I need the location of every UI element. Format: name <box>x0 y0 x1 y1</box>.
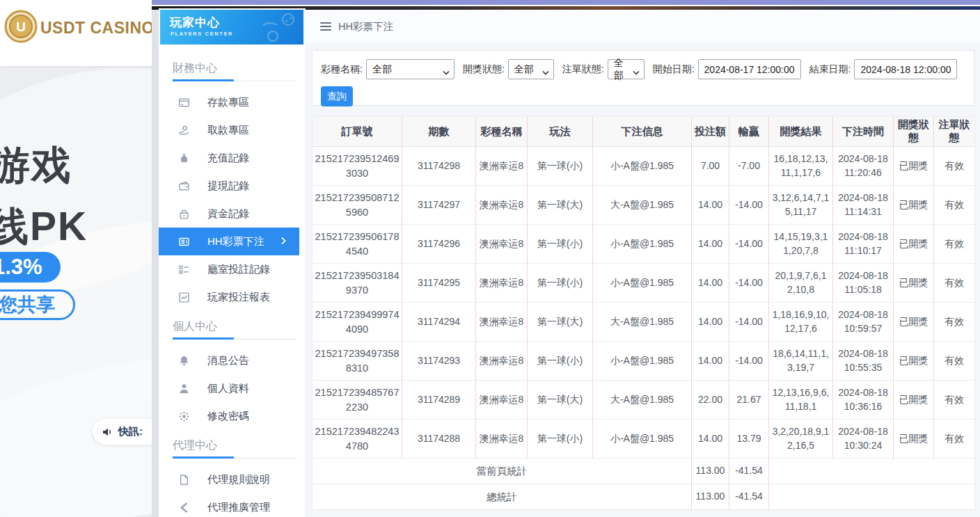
table-cell: 澳洲幸运8 <box>476 342 528 381</box>
table-cell: 已開獎 <box>894 342 934 381</box>
sidebar-item-player-bet-report[interactable]: 玩家投注報表 <box>159 283 305 311</box>
site-logo[interactable]: U USDT CASINO <box>4 10 155 46</box>
user-icon <box>178 383 190 395</box>
table-cell: 第一球(小) <box>528 225 593 264</box>
sidebar-item-announcements[interactable]: 消息公告 <box>159 347 305 374</box>
promo-rate-badge: 1.3% <box>0 252 61 283</box>
table-cell: 有效 <box>934 420 975 459</box>
table-header-cell: 彩種名稱 <box>476 117 528 147</box>
table-cell: 小-A盤@1.985 <box>593 147 692 186</box>
wallet-icon <box>178 180 190 192</box>
table-cell: 澳洲幸运8 <box>476 381 528 420</box>
table-header-cell: 輸贏 <box>729 117 769 147</box>
summary-empty-cell <box>769 459 975 484</box>
table-cell: 31174296 <box>402 225 476 264</box>
news-ticker: 快訊: <box>93 419 155 445</box>
table-cell: 2152172394999744090 <box>313 303 402 342</box>
sidebar-section-title: 財務中心 <box>173 61 305 76</box>
sidebar-item-label: 資金記錄 <box>207 207 249 221</box>
table-cell: -14.00 <box>729 303 769 342</box>
table-cell: 澳洲幸运8 <box>476 186 528 225</box>
table-cell: 有效 <box>934 225 975 264</box>
background-site: 游戏 线PK 1.3% 邀您共享 快訊: U USDT CASINO <box>0 0 155 517</box>
end-date-input[interactable]: 2024-08-18 12:00:00 <box>854 59 957 79</box>
sidebar-item-hh-lottery-bets[interactable]: HH彩票下注 <box>159 228 299 255</box>
sidebar-item-funds-records[interactable]: 資金記錄 <box>159 200 305 228</box>
news-ticker-label: 快訊: <box>118 425 143 438</box>
sidebar-item-withdrawal-records[interactable]: 提現記錄 <box>159 172 305 200</box>
draw-status-select[interactable]: 全部 <box>508 59 554 79</box>
lottery-name-value: 全部 <box>372 63 392 76</box>
table-cell: 14,15,19,3,11,20,7,8 <box>769 225 833 264</box>
summary-label-cell: 總統計 <box>313 484 692 510</box>
site-logo-text: USDT CASINO <box>40 19 155 38</box>
page-title: HH彩票下注 <box>338 20 393 33</box>
hamburger-icon[interactable] <box>320 22 331 31</box>
table-cell: 2152172395061784540 <box>313 225 402 264</box>
table-cell: 13.79 <box>729 420 769 459</box>
end-date-label: 結束日期: <box>809 63 851 76</box>
table-row: 215217239506178454031174296澳洲幸运8第一球(小)小-… <box>313 225 975 264</box>
table-cell: 2024-08-18 10:36:16 <box>833 381 894 420</box>
summary-empty-cell <box>769 484 975 510</box>
table-cell: 31174293 <box>402 342 476 381</box>
start-date-value: 2024-08-17 12:00:00 <box>704 64 795 75</box>
sidebar-item-profile[interactable]: 個人資料 <box>159 374 305 402</box>
sidebar-item-agent-promotion[interactable]: 代理推廣管理 <box>159 493 305 517</box>
table-cell: 2024-08-18 11:10:17 <box>833 225 894 264</box>
table-cell: 小-A盤@1.985 <box>593 420 692 459</box>
order-status-select[interactable]: 全部 <box>608 59 645 79</box>
search-button[interactable]: 查詢 <box>321 86 353 106</box>
table-cell: 大-A盤@1.985 <box>593 303 692 342</box>
sidebar-title: 玩家中心 <box>170 15 220 31</box>
bell-icon <box>178 355 190 367</box>
table-cell: -14.00 <box>729 342 769 381</box>
sidebar-item-agent-rules[interactable]: 代理規則說明 <box>159 466 305 493</box>
table-cell: 2024-08-18 10:55:35 <box>833 342 894 381</box>
table-cell: 已開獎 <box>894 147 934 186</box>
table-cell: 大-A盤@1.985 <box>593 381 692 420</box>
start-date-input[interactable]: 2024-08-17 12:00:00 <box>698 59 801 79</box>
checklist-icon <box>178 264 190 276</box>
sidebar-item-room-bet-records[interactable]: 廳室投註記錄 <box>159 255 305 283</box>
end-date-value: 2024-08-18 12:00:00 <box>860 64 951 75</box>
table-cell: 小-A盤@1.985 <box>593 225 692 264</box>
table-cell: 3,2,20,18,9,12,16,5 <box>769 420 833 459</box>
table-cell: 2024-08-18 11:14:31 <box>833 186 894 225</box>
table-row: 215217239499974409031174294澳洲幸运8第一球(大)大-… <box>313 303 975 342</box>
sidebar-item-deposit-area[interactable]: 存款專區 <box>159 88 305 116</box>
table-cell: -7.00 <box>729 147 769 186</box>
table-row: 215217239512469303031174298澳洲幸运8第一球(小)小-… <box>313 147 975 186</box>
sidebar-item-change-password[interactable]: 修改密碼 <box>159 402 305 430</box>
table-row: 215217239482243478031174288澳洲幸运8第一球(小)小-… <box>313 420 975 459</box>
sidebar-item-label: 消息公告 <box>207 354 249 367</box>
table-cell: 第一球(小) <box>528 420 593 459</box>
table-cell: 已開獎 <box>894 420 934 459</box>
site-header: U USDT CASINO <box>0 0 155 66</box>
table-cell: 14.00 <box>692 186 729 225</box>
table-cell: 澳洲幸运8 <box>476 264 528 303</box>
top-strip-lavender <box>152 0 980 5</box>
chevron-right-icon <box>278 236 288 246</box>
summary-win-loss-cell: -41.54 <box>729 459 769 484</box>
bets-table: 訂單號期數彩種名稱玩法下注信息投注額輸贏開獎結果下注時間開獎狀態注單狀態 215… <box>312 116 975 510</box>
table-cell: 有效 <box>934 381 975 420</box>
table-cell: 14.00 <box>692 225 729 264</box>
table-cell: 第一球(大) <box>528 303 593 342</box>
table-header-cell: 玩法 <box>528 117 593 147</box>
table-cell: 22.00 <box>692 381 729 420</box>
sidebar-item-recharge-records[interactable]: 充值記錄 <box>159 144 305 172</box>
sidebar-item-label: 廳室投註記錄 <box>207 263 270 276</box>
main-content: HH彩票下注 彩種名稱: 全部 開獎狀態: 全部 注單狀態: 全部 <box>305 10 980 517</box>
table-cell: 澳洲幸运8 <box>476 303 528 342</box>
table-cell: 小-A盤@1.985 <box>593 342 692 381</box>
money-bag-icon <box>178 152 190 164</box>
table-cell: 14.00 <box>692 342 729 381</box>
table-cell: 第一球(小) <box>528 147 593 186</box>
table-cell: 2152172395087125960 <box>313 186 402 225</box>
sidebar-item-withdraw-area[interactable]: 取款專區 <box>159 116 305 144</box>
table-cell: 31174294 <box>402 303 476 342</box>
table-cell: 澳洲幸运8 <box>476 147 528 186</box>
table-cell: 第一球(大) <box>528 186 593 225</box>
lottery-name-select[interactable]: 全部 <box>366 59 455 79</box>
